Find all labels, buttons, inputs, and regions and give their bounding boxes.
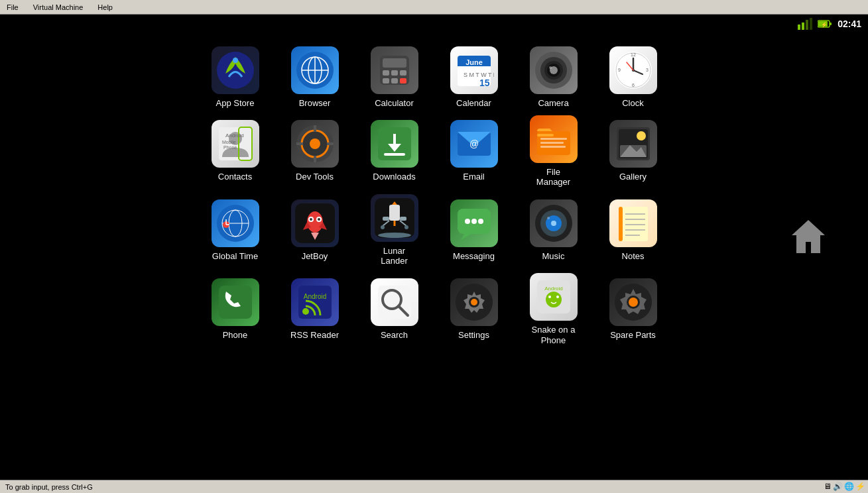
svg-point-134 (556, 296, 559, 298)
android-statusbar: ⚡ 02:41 (0, 15, 868, 33)
search-icon-app[interactable]: Search (361, 278, 428, 341)
notes-icon[interactable]: Notes (600, 199, 666, 262)
jetboy-icon[interactable]: JetBoy (282, 199, 348, 262)
clock-icon[interactable]: 12 3 6 9 Clock (600, 46, 666, 109)
svg-rect-68 (540, 138, 567, 140)
svg-point-75 (637, 131, 646, 140)
gallery-label: Gallery (619, 172, 647, 182)
app-store-icon[interactable]: App Store (202, 46, 269, 109)
svg-point-100 (404, 225, 408, 229)
phone-icon[interactable]: Phone (202, 278, 269, 341)
menu-virtual-machine[interactable]: Virtual Machine (29, 2, 88, 13)
svg-point-90 (310, 218, 312, 221)
svg-rect-0 (798, 25, 800, 30)
messaging-icon[interactable]: Messaging (441, 199, 507, 262)
svg-point-106 (471, 219, 477, 224)
svg-point-107 (478, 219, 483, 224)
file-manager-icon[interactable]: File Manager (521, 115, 587, 188)
app-row-4: Phone Android RSS Reader (66, 273, 802, 345)
menu-file[interactable]: File (3, 2, 23, 13)
contacts-icon[interactable]: Android Mobile Phone Contacts (202, 120, 269, 182)
menu-help[interactable]: Help (93, 2, 117, 13)
svg-text:Mobile: Mobile (222, 140, 236, 144)
time-display: 02:41 (837, 19, 861, 29)
settings-icon[interactable]: Settings (441, 278, 507, 341)
bottom-status-bar: To grab input, press Ctrl+G 🖥 🔊 🌐 ⚡ (0, 480, 868, 493)
svg-point-123 (302, 308, 309, 315)
global-time-icon[interactable]: Global Time (202, 199, 269, 262)
svg-point-133 (548, 296, 551, 298)
tray-icon-4: ⚡ (855, 482, 865, 491)
svg-point-84 (307, 211, 323, 233)
email-icon[interactable]: @ Email (441, 120, 507, 182)
svg-text:15: 15 (479, 78, 490, 88)
svg-point-91 (318, 218, 320, 221)
svg-rect-96 (400, 217, 406, 221)
svg-rect-19 (400, 70, 406, 76)
svg-rect-93 (389, 205, 400, 221)
downloads-icon[interactable]: Downloads (361, 120, 428, 182)
svg-point-105 (465, 219, 470, 224)
lunar-lander-icon[interactable]: Lunar Lander (361, 194, 428, 266)
svg-rect-17 (383, 70, 389, 76)
svg-point-53 (310, 138, 320, 149)
tray-icon-3: 🌐 (844, 482, 854, 491)
svg-text:3: 3 (646, 68, 649, 72)
lunar-lander-label: Lunar Lander (381, 246, 407, 266)
contacts-label: Contacts (218, 172, 252, 182)
svg-rect-55 (314, 156, 316, 162)
music-label: Music (542, 251, 565, 262)
music-icon[interactable]: Music (521, 199, 587, 262)
app-row-1: App Store Browser (66, 46, 802, 109)
svg-marker-138 (792, 220, 825, 253)
svg-rect-16 (383, 58, 406, 68)
dev-tools-icon[interactable]: Dev Tools (282, 120, 348, 182)
snake-icon[interactable]: Android Snake on a Phone (521, 273, 587, 345)
rss-reader-label: RSS Reader (290, 330, 339, 341)
svg-text:Android: Android (303, 293, 326, 300)
home-icon (788, 217, 828, 256)
calculator-label: Calculator (375, 98, 414, 109)
svg-point-132 (546, 292, 562, 307)
camera-label: Camera (538, 98, 568, 109)
calculator-icon[interactable]: Calculator (361, 46, 428, 109)
svg-point-34 (549, 66, 552, 69)
tray-icon-1: 🖥 (824, 482, 832, 491)
svg-rect-22 (400, 78, 406, 83)
svg-text:@: @ (469, 138, 478, 149)
svg-rect-113 (619, 207, 648, 241)
svg-rect-54 (314, 125, 316, 132)
svg-rect-56 (296, 142, 303, 145)
svg-rect-3 (810, 18, 812, 30)
home-button[interactable] (788, 217, 828, 259)
svg-point-101 (378, 233, 411, 238)
snake-label: Snake on a Phone (532, 325, 576, 345)
system-tray: 🖥 🔊 🌐 ⚡ (821, 480, 868, 493)
svg-rect-114 (619, 207, 623, 241)
calendar-icon[interactable]: June S M T W T F S 15 Calendar (441, 46, 507, 109)
svg-text:6: 6 (632, 83, 635, 87)
gallery-icon[interactable]: Gallery (600, 120, 666, 182)
svg-rect-18 (391, 70, 398, 76)
svg-rect-70 (540, 146, 566, 148)
rss-reader-icon[interactable]: Android RSS Reader (282, 278, 348, 341)
app-row-2: Android Mobile Phone Contacts (66, 115, 802, 188)
svg-rect-20 (383, 78, 389, 83)
phone-label: Phone (223, 330, 248, 341)
browser-icon[interactable]: Browser (282, 46, 348, 109)
svg-point-9 (233, 58, 238, 63)
svg-rect-69 (540, 142, 564, 144)
bottom-hint-text: To grab input, press Ctrl+G (5, 483, 93, 491)
notes-label: Notes (622, 251, 645, 262)
svg-text:9: 9 (618, 68, 621, 72)
camera-icon[interactable]: Camera (521, 46, 587, 109)
menu-bar: File Virtual Machine Help (0, 0, 868, 15)
svg-point-129 (471, 299, 477, 305)
battery-icon: ⚡ (818, 19, 832, 28)
vm-window: ⚡ 02:41 App Store (0, 15, 868, 480)
search-label: Search (381, 330, 408, 341)
svg-rect-1 (802, 23, 804, 30)
app-row-3: Global Time Je (66, 194, 802, 266)
spare-parts-icon[interactable]: Spare Parts (600, 278, 666, 341)
svg-rect-95 (383, 217, 389, 221)
